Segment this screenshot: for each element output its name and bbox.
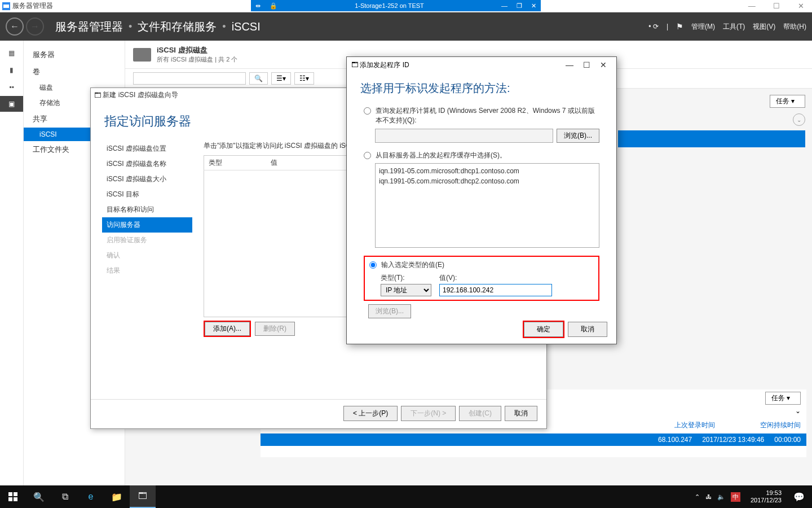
target-row[interactable]: 68.100.247 2017/12/23 13:49:46 00:00:00 xyxy=(261,433,806,446)
wizard-title: 新建 iSCSI 虚拟磁盘向导 xyxy=(103,90,178,100)
options-icon[interactable]: ☷▾ xyxy=(294,72,314,85)
dlg-footer: 确定 取消 xyxy=(524,322,607,337)
ok-button[interactable]: 确定 xyxy=(524,322,563,337)
menu-help[interactable]: 帮助(H) xyxy=(783,22,806,32)
file-services-icon[interactable]: ▣ xyxy=(0,96,23,112)
nav-forward-button[interactable]: → xyxy=(26,17,44,36)
tray-up-icon[interactable]: ⌃ xyxy=(695,493,700,501)
wizard-footer: < 上一步(P) 下一步(N) > 创建(C) 取消 xyxy=(91,399,546,427)
search-icon[interactable]: 🔍 xyxy=(249,72,268,85)
option-cache[interactable]: 从目标服务器上的发起程序缓存中选择(S)。 xyxy=(364,151,599,160)
dlg-titlebar[interactable]: 🗔 添加发起程序 ID — ☐ ✕ xyxy=(347,57,616,73)
step-size[interactable]: iSCSI 虚拟磁盘大小 xyxy=(102,172,192,187)
menu-tools[interactable]: 工具(T) xyxy=(723,22,745,32)
filter-input[interactable] xyxy=(133,72,246,85)
pin-icon[interactable]: ⇹ xyxy=(251,2,265,10)
breadcrumb-services[interactable]: 文件和存储服务 xyxy=(138,19,217,34)
nav-back-button[interactable]: ← xyxy=(6,17,24,36)
wizard-steps: iSCSI 虚拟磁盘位置 iSCSI 虚拟磁盘名称 iSCSI 虚拟磁盘大小 i… xyxy=(91,135,192,399)
svg-rect-1 xyxy=(3,5,9,8)
remote-minimize-button[interactable]: — xyxy=(497,2,512,9)
value-input[interactable] xyxy=(439,284,552,296)
add-initiator-dialog: 🗔 添加发起程序 ID — ☐ ✕ 选择用于标识发起程序的方法: 查询发起程序计… xyxy=(346,56,617,344)
browse-button-1[interactable]: 浏览(B)... xyxy=(557,129,599,143)
cache-listbox[interactable]: iqn.1991-05.com.microsoft:dhcp1.contoso.… xyxy=(375,163,599,248)
svg-rect-4 xyxy=(8,497,12,501)
refresh-dropdown-icon[interactable]: • ⟳ xyxy=(648,23,659,30)
menu-manage[interactable]: 管理(M) xyxy=(691,22,715,32)
step-access-servers[interactable]: 访问服务器 xyxy=(102,217,192,233)
prev-button[interactable]: < 上一步(P) xyxy=(343,406,398,421)
ie-icon[interactable]: e xyxy=(78,485,104,508)
col-type[interactable]: 类型 xyxy=(204,156,266,170)
flag-icon[interactable]: ⚑ xyxy=(676,22,683,31)
dlg-cancel-button[interactable]: 取消 xyxy=(568,322,607,337)
ime-indicator[interactable]: 中 xyxy=(731,492,740,502)
option-enter-value[interactable]: 输入选定类型的值(E) xyxy=(369,260,594,270)
sound-icon[interactable]: 🔈 xyxy=(717,493,725,501)
cancel-button[interactable]: 取消 xyxy=(505,406,537,421)
browse-button-2: 浏览(B)... xyxy=(368,304,411,318)
col-last-login: 上次登录时间 xyxy=(674,421,715,430)
step-target[interactable]: iSCSI 目标 xyxy=(102,187,192,202)
taskview-icon[interactable]: ⧉ xyxy=(52,485,78,508)
servermanager-taskbar-icon[interactable]: 🗔 xyxy=(130,485,156,508)
right-info-panel: 任务 ▾ ⌄ xyxy=(618,95,805,147)
clock[interactable]: 19:53 2017/12/23 xyxy=(746,489,786,504)
radio-enter-value[interactable] xyxy=(369,261,377,269)
start-button[interactable] xyxy=(0,485,26,508)
search-icon[interactable]: 🔍 xyxy=(26,485,52,508)
cache-item[interactable]: iqn.1991-05.com.microsoft:dhcp2.contoso.… xyxy=(379,176,595,186)
remote-close-button[interactable]: ✕ xyxy=(527,2,541,10)
type-label: 类型(T): xyxy=(381,273,431,283)
expand-icon-2[interactable]: ⌄ xyxy=(795,407,801,415)
section-subtitle: 所有 iSCSI 虚拟磁盘 | 共 2 个 xyxy=(157,55,237,64)
dlg-minimize-button[interactable]: — xyxy=(561,60,578,69)
option-enter-label: 输入选定类型的值(E) xyxy=(381,260,594,270)
lock-icon: 🔒 xyxy=(265,2,282,10)
tasks-dropdown[interactable]: 任务 ▾ xyxy=(770,95,805,108)
dashboard-icon[interactable]: ▦ xyxy=(0,45,23,61)
menu-view[interactable]: 视图(V) xyxy=(753,22,775,32)
explorer-icon[interactable]: 📁 xyxy=(104,485,130,508)
filter-icon[interactable]: ☰▾ xyxy=(271,72,291,85)
cache-item[interactable]: iqn.1991-05.com.microsoft:dhcp1.contoso.… xyxy=(379,166,595,176)
nav-servers[interactable]: 服务器 xyxy=(24,46,125,63)
value-label: 值(V): xyxy=(439,273,594,283)
breadcrumb-iscsi[interactable]: iSCSI xyxy=(232,20,261,33)
type-select[interactable]: IP 地址 xyxy=(381,284,431,296)
add-button[interactable]: 添加(A)... xyxy=(205,322,250,336)
radio-query[interactable] xyxy=(364,107,371,115)
network-icon[interactable]: 🖧 xyxy=(705,493,712,500)
create-button: 创建(C) xyxy=(459,406,501,421)
all-servers-icon[interactable]: ▪▪ xyxy=(0,79,23,95)
outer-title: 服务器管理器 xyxy=(12,1,53,11)
disk-icon xyxy=(133,48,151,62)
dlg-icon: 🗔 xyxy=(351,61,358,69)
system-tray[interactable]: ⌃ 🖧 🔈 中 xyxy=(689,492,746,502)
remote-restore-button[interactable]: ❐ xyxy=(512,2,527,10)
outer-maximize-button[interactable]: ☐ xyxy=(765,2,788,10)
svg-rect-3 xyxy=(14,492,17,496)
local-server-icon[interactable]: ▮ xyxy=(0,62,23,78)
step-target-name[interactable]: 目标名称和访问 xyxy=(102,202,192,217)
expand-icon[interactable]: ⌄ xyxy=(793,113,805,126)
tasks-dropdown-2[interactable]: 任务 ▾ xyxy=(765,392,801,405)
step-location[interactable]: iSCSI 虚拟磁盘位置 xyxy=(102,141,192,156)
breadcrumb-root[interactable]: 服务器管理器 xyxy=(55,19,123,34)
chevron-right-icon: • xyxy=(222,21,226,33)
outer-close-button[interactable]: ✕ xyxy=(789,2,812,10)
dlg-heading: 选择用于标识发起程序的方法: xyxy=(347,73,616,106)
option-enter-value-box: 输入选定类型的值(E) 类型(T): IP 地址 值(V): xyxy=(364,256,599,301)
outer-minimize-button[interactable]: — xyxy=(740,2,763,10)
remote-title: 1-Storage1-252 on TEST xyxy=(282,2,497,9)
selected-target-strip xyxy=(618,130,805,147)
dlg-maximize-button[interactable]: ☐ xyxy=(578,60,595,69)
option-query[interactable]: 查询发起程序计算机 ID (Windows Server 2008 R2、Win… xyxy=(364,106,599,125)
step-name[interactable]: iSCSI 虚拟磁盘名称 xyxy=(102,156,192,172)
action-center-icon[interactable]: 💬 xyxy=(786,485,812,508)
row-ip: 68.100.247 xyxy=(658,436,692,444)
radio-cache[interactable] xyxy=(364,152,371,159)
nav-volumes[interactable]: 卷 xyxy=(24,63,125,80)
dlg-close-button[interactable]: ✕ xyxy=(595,60,612,69)
